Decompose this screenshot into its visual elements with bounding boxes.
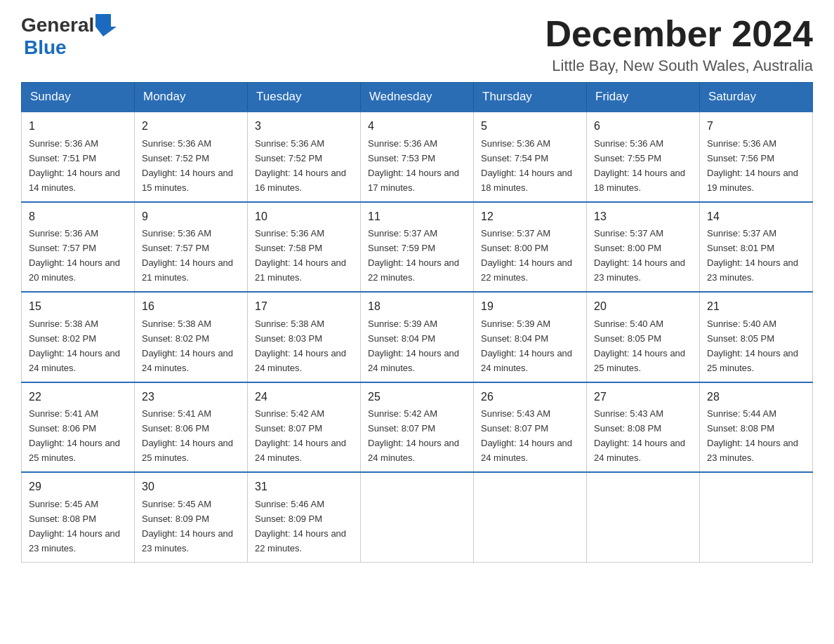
day-number: 29	[29, 478, 127, 496]
calendar-cell: 23 Sunrise: 5:41 AM Sunset: 8:06 PM Dayl…	[135, 382, 248, 472]
day-number: 27	[594, 389, 692, 406]
header-thursday: Thursday	[474, 83, 587, 112]
sunrise-text: Sunrise: 5:36 AM	[255, 228, 324, 239]
logo-arrow-icon	[95, 14, 117, 36]
calendar-cell: 24 Sunrise: 5:42 AM Sunset: 8:07 PM Dayl…	[248, 382, 361, 472]
daylight-text: Daylight: 14 hours and 14 minutes.	[29, 168, 120, 193]
calendar-cell: 8 Sunrise: 5:36 AM Sunset: 7:57 PM Dayli…	[22, 202, 135, 292]
logo-blue-text: Blue	[24, 36, 67, 58]
day-number: 20	[594, 298, 692, 316]
day-number: 6	[594, 118, 692, 135]
sunset-text: Sunset: 8:09 PM	[255, 514, 322, 524]
daylight-text: Daylight: 14 hours and 22 minutes.	[368, 257, 459, 283]
sunrise-text: Sunrise: 5:38 AM	[29, 318, 98, 329]
calendar-cell: 13 Sunrise: 5:37 AM Sunset: 8:00 PM Dayl…	[587, 202, 700, 292]
calendar-cell: 4 Sunrise: 5:36 AM Sunset: 7:53 PM Dayli…	[361, 112, 474, 201]
week-row-2: 8 Sunrise: 5:36 AM Sunset: 7:57 PM Dayli…	[22, 202, 813, 292]
day-number: 13	[594, 208, 692, 226]
calendar-cell: 5 Sunrise: 5:36 AM Sunset: 7:54 PM Dayli…	[474, 112, 587, 201]
week-row-1: 1 Sunrise: 5:36 AM Sunset: 7:51 PM Dayli…	[22, 112, 813, 201]
sunrise-text: Sunrise: 5:37 AM	[594, 228, 663, 239]
sunset-text: Sunset: 8:08 PM	[594, 423, 661, 434]
sunrise-text: Sunrise: 5:43 AM	[594, 408, 663, 419]
logo-general-text: General	[21, 14, 94, 36]
sunset-text: Sunset: 7:54 PM	[481, 153, 548, 163]
sunrise-text: Sunrise: 5:38 AM	[142, 318, 211, 329]
header-monday: Monday	[135, 83, 248, 112]
day-number: 26	[481, 389, 579, 406]
daylight-text: Daylight: 14 hours and 21 minutes.	[255, 257, 346, 283]
sunrise-text: Sunrise: 5:39 AM	[481, 318, 550, 329]
day-number: 30	[142, 478, 240, 496]
calendar-cell: 1 Sunrise: 5:36 AM Sunset: 7:51 PM Dayli…	[22, 112, 135, 201]
title-section: December 2024 Little Bay, New South Wale…	[545, 14, 813, 75]
calendar-cell: 16 Sunrise: 5:38 AM Sunset: 8:02 PM Dayl…	[135, 292, 248, 382]
calendar-cell: 3 Sunrise: 5:36 AM Sunset: 7:52 PM Dayli…	[248, 112, 361, 201]
daylight-text: Daylight: 14 hours and 25 minutes.	[707, 348, 798, 373]
day-number: 10	[255, 208, 353, 226]
calendar-cell: 20 Sunrise: 5:40 AM Sunset: 8:05 PM Dayl…	[587, 292, 700, 382]
calendar-cell: 10 Sunrise: 5:36 AM Sunset: 7:58 PM Dayl…	[248, 202, 361, 292]
sunrise-text: Sunrise: 5:36 AM	[29, 138, 98, 149]
daylight-text: Daylight: 14 hours and 25 minutes.	[142, 438, 233, 463]
sunrise-text: Sunrise: 5:36 AM	[481, 138, 550, 149]
sunrise-text: Sunrise: 5:43 AM	[481, 408, 550, 419]
sunrise-text: Sunrise: 5:39 AM	[368, 318, 437, 329]
calendar-cell: 19 Sunrise: 5:39 AM Sunset: 8:04 PM Dayl…	[474, 292, 587, 382]
sunrise-text: Sunrise: 5:37 AM	[707, 228, 776, 239]
daylight-text: Daylight: 14 hours and 24 minutes.	[142, 348, 233, 373]
week-row-4: 22 Sunrise: 5:41 AM Sunset: 8:06 PM Dayl…	[22, 382, 813, 472]
sunset-text: Sunset: 8:03 PM	[255, 333, 322, 344]
calendar-cell: 7 Sunrise: 5:36 AM Sunset: 7:56 PM Dayli…	[700, 112, 813, 201]
sunrise-text: Sunrise: 5:38 AM	[255, 318, 324, 329]
sunrise-text: Sunrise: 5:37 AM	[368, 228, 437, 239]
calendar-cell: 15 Sunrise: 5:38 AM Sunset: 8:02 PM Dayl…	[22, 292, 135, 382]
calendar-cell: 6 Sunrise: 5:36 AM Sunset: 7:55 PM Dayli…	[587, 112, 700, 201]
day-number: 28	[707, 389, 805, 406]
calendar-cell: 2 Sunrise: 5:36 AM Sunset: 7:52 PM Dayli…	[135, 112, 248, 201]
day-number: 4	[368, 118, 466, 135]
calendar-header-row: Sunday Monday Tuesday Wednesday Thursday…	[22, 83, 813, 112]
calendar-cell	[587, 472, 700, 562]
sunrise-text: Sunrise: 5:42 AM	[368, 408, 437, 419]
sunset-text: Sunset: 8:01 PM	[707, 243, 774, 253]
daylight-text: Daylight: 14 hours and 23 minutes.	[142, 528, 233, 554]
sunrise-text: Sunrise: 5:45 AM	[142, 499, 211, 509]
sunrise-text: Sunrise: 5:41 AM	[29, 408, 98, 419]
sunset-text: Sunset: 8:04 PM	[481, 333, 548, 344]
daylight-text: Daylight: 14 hours and 20 minutes.	[29, 257, 120, 283]
sunrise-text: Sunrise: 5:44 AM	[707, 408, 776, 419]
calendar-cell: 21 Sunrise: 5:40 AM Sunset: 8:05 PM Dayl…	[700, 292, 813, 382]
calendar-cell: 31 Sunrise: 5:46 AM Sunset: 8:09 PM Dayl…	[248, 472, 361, 562]
day-number: 21	[707, 298, 805, 316]
day-number: 8	[29, 208, 127, 226]
sunrise-text: Sunrise: 5:36 AM	[255, 138, 324, 149]
day-number: 15	[29, 298, 127, 316]
header-saturday: Saturday	[700, 83, 813, 112]
calendar-cell: 29 Sunrise: 5:45 AM Sunset: 8:08 PM Dayl…	[22, 472, 135, 562]
daylight-text: Daylight: 14 hours and 24 minutes.	[255, 348, 346, 373]
svg-marker-0	[95, 14, 117, 36]
day-number: 14	[707, 208, 805, 226]
sunset-text: Sunset: 8:07 PM	[368, 423, 435, 434]
calendar-cell: 30 Sunrise: 5:45 AM Sunset: 8:09 PM Dayl…	[135, 472, 248, 562]
daylight-text: Daylight: 14 hours and 15 minutes.	[142, 168, 233, 193]
day-number: 18	[368, 298, 466, 316]
day-number: 16	[142, 298, 240, 316]
week-row-3: 15 Sunrise: 5:38 AM Sunset: 8:02 PM Dayl…	[22, 292, 813, 382]
sunset-text: Sunset: 7:58 PM	[255, 243, 322, 253]
sunset-text: Sunset: 7:51 PM	[29, 153, 96, 163]
header-wednesday: Wednesday	[361, 83, 474, 112]
sunset-text: Sunset: 7:59 PM	[368, 243, 435, 253]
day-number: 11	[368, 208, 466, 226]
sunset-text: Sunset: 7:57 PM	[142, 243, 209, 253]
header-tuesday: Tuesday	[248, 83, 361, 112]
calendar-cell: 18 Sunrise: 5:39 AM Sunset: 8:04 PM Dayl…	[361, 292, 474, 382]
day-number: 24	[255, 389, 353, 406]
daylight-text: Daylight: 14 hours and 23 minutes.	[707, 257, 798, 283]
day-number: 3	[255, 118, 353, 135]
day-number: 9	[142, 208, 240, 226]
daylight-text: Daylight: 14 hours and 24 minutes.	[481, 438, 572, 463]
sunrise-text: Sunrise: 5:45 AM	[29, 499, 98, 509]
daylight-text: Daylight: 14 hours and 25 minutes.	[594, 348, 685, 373]
